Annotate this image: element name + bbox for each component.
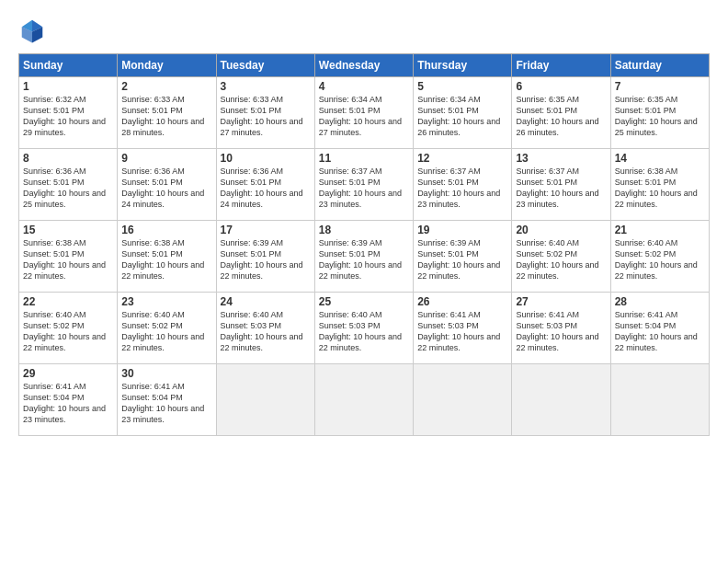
day-number: 14 — [615, 152, 705, 165]
calendar-cell: 19Sunrise: 6:39 AMSunset: 5:01 PMDayligh… — [414, 221, 512, 293]
day-number: 3 — [221, 80, 311, 93]
day-number: 11 — [319, 152, 409, 165]
day-info: Sunrise: 6:35 AMSunset: 5:01 PMDaylight:… — [615, 94, 705, 139]
calendar-cell: 22Sunrise: 6:40 AMSunset: 5:02 PMDayligh… — [19, 293, 118, 364]
day-info: Sunrise: 6:40 AMSunset: 5:03 PMDaylight:… — [221, 309, 311, 354]
day-number: 17 — [221, 224, 311, 236]
calendar-cell: 27Sunrise: 6:41 AMSunset: 5:03 PMDayligh… — [512, 293, 610, 364]
day-number: 8 — [23, 152, 113, 165]
day-info: Sunrise: 6:41 AMSunset: 5:03 PMDaylight:… — [417, 309, 507, 354]
day-number: 4 — [319, 80, 409, 93]
day-number: 12 — [417, 152, 507, 165]
calendar-cell: 4Sunrise: 6:34 AMSunset: 5:01 PMDaylight… — [314, 77, 413, 149]
day-info: Sunrise: 6:40 AMSunset: 5:02 PMDaylight:… — [615, 237, 705, 282]
calendar-week-3: 15Sunrise: 6:38 AMSunset: 5:01 PMDayligh… — [19, 221, 710, 293]
header-friday: Friday — [512, 54, 610, 77]
day-number: 7 — [615, 80, 705, 93]
day-info: Sunrise: 6:41 AMSunset: 5:03 PMDaylight:… — [516, 309, 606, 354]
calendar-cell: 30Sunrise: 6:41 AMSunset: 5:04 PMDayligh… — [118, 364, 216, 436]
logo-icon — [18, 17, 46, 44]
day-info: Sunrise: 6:39 AMSunset: 5:01 PMDaylight:… — [319, 237, 409, 282]
calendar-cell: 2Sunrise: 6:33 AMSunset: 5:01 PMDaylight… — [118, 77, 216, 149]
day-number: 20 — [516, 224, 606, 236]
header-tuesday: Tuesday — [216, 54, 314, 77]
day-number: 19 — [417, 224, 507, 236]
calendar-cell: 29Sunrise: 6:41 AMSunset: 5:04 PMDayligh… — [19, 364, 118, 436]
day-info: Sunrise: 6:36 AMSunset: 5:01 PMDaylight:… — [121, 166, 211, 211]
calendar-cell: 10Sunrise: 6:36 AMSunset: 5:01 PMDayligh… — [216, 149, 314, 221]
calendar-cell: 8Sunrise: 6:36 AMSunset: 5:01 PMDaylight… — [19, 149, 118, 221]
header-saturday: Saturday — [610, 54, 709, 77]
day-info: Sunrise: 6:40 AMSunset: 5:02 PMDaylight:… — [23, 309, 113, 354]
calendar-table: SundayMondayTuesdayWednesdayThursdayFrid… — [18, 53, 710, 436]
calendar-cell — [610, 364, 709, 436]
calendar-cell: 16Sunrise: 6:38 AMSunset: 5:01 PMDayligh… — [118, 221, 216, 293]
day-number: 5 — [417, 80, 507, 93]
day-info: Sunrise: 6:40 AMSunset: 5:02 PMDaylight:… — [516, 237, 606, 282]
day-number: 23 — [121, 295, 211, 308]
day-number: 28 — [615, 295, 705, 308]
calendar-cell: 7Sunrise: 6:35 AMSunset: 5:01 PMDaylight… — [610, 77, 709, 149]
calendar-cell — [414, 364, 512, 436]
calendar-cell: 26Sunrise: 6:41 AMSunset: 5:03 PMDayligh… — [414, 293, 512, 364]
day-info: Sunrise: 6:37 AMSunset: 5:01 PMDaylight:… — [319, 166, 409, 211]
header-sunday: Sunday — [19, 54, 118, 77]
day-info: Sunrise: 6:41 AMSunset: 5:04 PMDaylight:… — [23, 381, 113, 426]
calendar-header-row: SundayMondayTuesdayWednesdayThursdayFrid… — [19, 54, 710, 77]
calendar-cell: 9Sunrise: 6:36 AMSunset: 5:01 PMDaylight… — [118, 149, 216, 221]
calendar-cell: 1Sunrise: 6:32 AMSunset: 5:01 PMDaylight… — [19, 77, 118, 149]
day-number: 24 — [221, 295, 311, 308]
day-number: 30 — [121, 367, 211, 380]
day-number: 13 — [516, 152, 606, 165]
calendar-cell: 28Sunrise: 6:41 AMSunset: 5:04 PMDayligh… — [610, 293, 709, 364]
calendar-week-1: 1Sunrise: 6:32 AMSunset: 5:01 PMDaylight… — [19, 77, 710, 149]
day-number: 29 — [23, 367, 113, 380]
calendar-week-4: 22Sunrise: 6:40 AMSunset: 5:02 PMDayligh… — [19, 293, 710, 364]
day-info: Sunrise: 6:37 AMSunset: 5:01 PMDaylight:… — [417, 166, 507, 211]
day-info: Sunrise: 6:36 AMSunset: 5:01 PMDaylight:… — [23, 166, 113, 211]
calendar-cell: 17Sunrise: 6:39 AMSunset: 5:01 PMDayligh… — [216, 221, 314, 293]
day-info: Sunrise: 6:34 AMSunset: 5:01 PMDaylight:… — [417, 94, 507, 139]
calendar-cell: 23Sunrise: 6:40 AMSunset: 5:02 PMDayligh… — [118, 293, 216, 364]
header — [18, 17, 710, 44]
calendar-cell: 3Sunrise: 6:33 AMSunset: 5:01 PMDaylight… — [216, 77, 314, 149]
day-info: Sunrise: 6:33 AMSunset: 5:01 PMDaylight:… — [121, 94, 211, 139]
day-info: Sunrise: 6:39 AMSunset: 5:01 PMDaylight:… — [417, 237, 507, 282]
calendar-cell — [216, 364, 314, 436]
calendar-cell: 14Sunrise: 6:38 AMSunset: 5:01 PMDayligh… — [610, 149, 709, 221]
day-info: Sunrise: 6:39 AMSunset: 5:01 PMDaylight:… — [221, 237, 311, 282]
calendar-cell: 25Sunrise: 6:40 AMSunset: 5:03 PMDayligh… — [314, 293, 413, 364]
day-number: 9 — [121, 152, 211, 165]
day-number: 18 — [319, 224, 409, 236]
calendar-week-2: 8Sunrise: 6:36 AMSunset: 5:01 PMDaylight… — [19, 149, 710, 221]
day-number: 26 — [417, 295, 507, 308]
calendar-cell: 20Sunrise: 6:40 AMSunset: 5:02 PMDayligh… — [512, 221, 610, 293]
header-thursday: Thursday — [414, 54, 512, 77]
calendar-cell: 12Sunrise: 6:37 AMSunset: 5:01 PMDayligh… — [414, 149, 512, 221]
day-number: 15 — [23, 224, 113, 236]
day-number: 16 — [121, 224, 211, 236]
day-info: Sunrise: 6:41 AMSunset: 5:04 PMDaylight:… — [121, 381, 211, 426]
calendar-cell: 6Sunrise: 6:35 AMSunset: 5:01 PMDaylight… — [512, 77, 610, 149]
day-info: Sunrise: 6:38 AMSunset: 5:01 PMDaylight:… — [615, 166, 705, 211]
day-info: Sunrise: 6:41 AMSunset: 5:04 PMDaylight:… — [615, 309, 705, 354]
calendar-cell: 5Sunrise: 6:34 AMSunset: 5:01 PMDaylight… — [414, 77, 512, 149]
logo — [18, 17, 51, 44]
day-info: Sunrise: 6:38 AMSunset: 5:01 PMDaylight:… — [121, 237, 211, 282]
calendar-cell: 11Sunrise: 6:37 AMSunset: 5:01 PMDayligh… — [314, 149, 413, 221]
calendar-cell — [512, 364, 610, 436]
day-number: 27 — [516, 295, 606, 308]
header-wednesday: Wednesday — [314, 54, 413, 77]
calendar-week-5: 29Sunrise: 6:41 AMSunset: 5:04 PMDayligh… — [19, 364, 710, 436]
calendar-cell: 24Sunrise: 6:40 AMSunset: 5:03 PMDayligh… — [216, 293, 314, 364]
day-number: 1 — [23, 80, 113, 93]
calendar-cell: 18Sunrise: 6:39 AMSunset: 5:01 PMDayligh… — [314, 221, 413, 293]
day-info: Sunrise: 6:34 AMSunset: 5:01 PMDaylight:… — [319, 94, 409, 139]
day-info: Sunrise: 6:38 AMSunset: 5:01 PMDaylight:… — [23, 237, 113, 282]
calendar-cell: 21Sunrise: 6:40 AMSunset: 5:02 PMDayligh… — [610, 221, 709, 293]
header-monday: Monday — [118, 54, 216, 77]
page: SundayMondayTuesdayWednesdayThursdayFrid… — [0, 0, 728, 563]
day-info: Sunrise: 6:36 AMSunset: 5:01 PMDaylight:… — [221, 166, 311, 211]
day-number: 6 — [516, 80, 606, 93]
day-number: 22 — [23, 295, 113, 308]
